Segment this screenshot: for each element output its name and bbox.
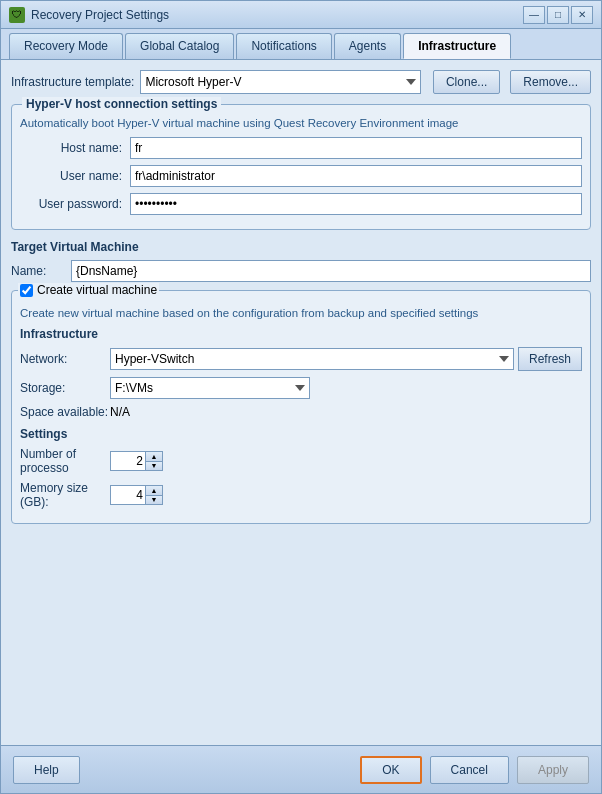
- pass-label: User password:: [20, 197, 130, 211]
- refresh-button[interactable]: Refresh: [518, 347, 582, 371]
- processors-down-button[interactable]: ▼: [146, 461, 162, 470]
- infra-sub-heading: Infrastructure: [20, 327, 582, 341]
- processors-spinner-btns: ▲ ▼: [146, 451, 163, 471]
- create-vm-legend: Create virtual machine: [18, 283, 159, 297]
- pass-row: User password:: [20, 193, 582, 215]
- memory-spinner: ▲ ▼: [110, 485, 163, 505]
- processors-input[interactable]: [110, 451, 146, 471]
- minimize-button[interactable]: —: [523, 6, 545, 24]
- title-bar-buttons: — □ ✕: [523, 6, 593, 24]
- create-vm-desc: Create new virtual machine based on the …: [20, 307, 582, 319]
- storage-select[interactable]: F:\VMs: [110, 377, 310, 399]
- network-select[interactable]: Hyper-VSwitch: [110, 348, 514, 370]
- space-value: N/A: [110, 405, 130, 419]
- hyperv-section-inner: Automatically boot Hyper-V virtual machi…: [20, 117, 582, 215]
- tab-agents[interactable]: Agents: [334, 33, 401, 59]
- ok-button[interactable]: OK: [360, 756, 421, 784]
- processors-row: Number of processo ▲ ▼: [20, 447, 582, 475]
- vm-name-label: Name:: [11, 264, 71, 278]
- infra-template-label: Infrastructure template:: [11, 75, 134, 89]
- remove-button[interactable]: Remove...: [510, 70, 591, 94]
- host-label: Host name:: [20, 141, 130, 155]
- close-button[interactable]: ✕: [571, 6, 593, 24]
- main-window: 🛡 Recovery Project Settings — □ ✕ Recove…: [0, 0, 602, 794]
- vm-name-row: Name:: [11, 260, 591, 282]
- title-bar: 🛡 Recovery Project Settings — □ ✕: [1, 1, 601, 29]
- memory-row: Memory size (GB): ▲ ▼: [20, 481, 582, 509]
- tab-recovery-mode[interactable]: Recovery Mode: [9, 33, 123, 59]
- network-label: Network:: [20, 352, 110, 366]
- tab-global-catalog[interactable]: Global Catalog: [125, 33, 234, 59]
- space-label: Space available:: [20, 405, 110, 419]
- hyperv-section: Hyper-V host connection settings Automat…: [11, 104, 591, 230]
- memory-up-button[interactable]: ▲: [146, 486, 162, 495]
- infra-template-select[interactable]: Microsoft Hyper-V: [140, 70, 421, 94]
- maximize-button[interactable]: □: [547, 6, 569, 24]
- target-vm-heading: Target Virtual Machine: [11, 240, 591, 254]
- memory-down-button[interactable]: ▼: [146, 495, 162, 504]
- target-vm-section: Target Virtual Machine Name:: [11, 240, 591, 282]
- storage-label: Storage:: [20, 381, 110, 395]
- create-vm-section: Create virtual machine Create new virtua…: [11, 290, 591, 524]
- user-input[interactable]: [130, 165, 582, 187]
- pass-input[interactable]: [130, 193, 582, 215]
- apply-button: Apply: [517, 756, 589, 784]
- app-icon: 🛡: [9, 7, 25, 23]
- memory-spinner-btns: ▲ ▼: [146, 485, 163, 505]
- host-row: Host name:: [20, 137, 582, 159]
- hyperv-section-title: Hyper-V host connection settings: [22, 97, 221, 111]
- storage-row: Storage: F:\VMs: [20, 377, 582, 399]
- window-title: Recovery Project Settings: [31, 8, 523, 22]
- clone-button[interactable]: Clone...: [433, 70, 500, 94]
- tab-infrastructure[interactable]: Infrastructure: [403, 33, 511, 59]
- processors-up-button[interactable]: ▲: [146, 452, 162, 461]
- network-row: Network: Hyper-VSwitch Refresh: [20, 347, 582, 371]
- content-area: Infrastructure template: Microsoft Hyper…: [1, 60, 601, 745]
- memory-label: Memory size (GB):: [20, 481, 110, 509]
- user-row: User name:: [20, 165, 582, 187]
- infra-template-row: Infrastructure template: Microsoft Hyper…: [11, 70, 591, 94]
- tab-notifications[interactable]: Notifications: [236, 33, 331, 59]
- create-vm-checkbox[interactable]: [20, 284, 33, 297]
- bottom-bar: Help OK Cancel Apply: [1, 745, 601, 793]
- user-label: User name:: [20, 169, 130, 183]
- vm-name-input[interactable]: [71, 260, 591, 282]
- host-input[interactable]: [130, 137, 582, 159]
- cancel-button[interactable]: Cancel: [430, 756, 509, 784]
- tab-bar: Recovery Mode Global Catalog Notificatio…: [1, 29, 601, 60]
- settings-heading: Settings: [20, 427, 582, 441]
- create-vm-checkbox-label: Create virtual machine: [37, 283, 157, 297]
- help-button[interactable]: Help: [13, 756, 80, 784]
- processors-label: Number of processo: [20, 447, 110, 475]
- space-row: Space available: N/A: [20, 405, 582, 419]
- processors-spinner: ▲ ▼: [110, 451, 163, 471]
- hyperv-desc: Automatically boot Hyper-V virtual machi…: [20, 117, 582, 129]
- memory-input[interactable]: [110, 485, 146, 505]
